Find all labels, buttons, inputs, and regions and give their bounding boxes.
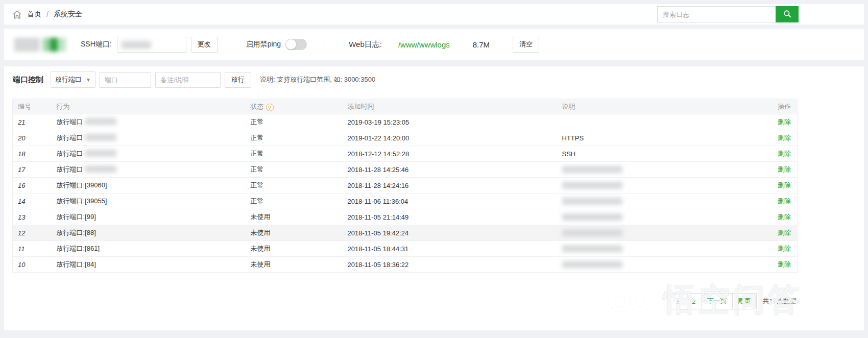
page-2-button[interactable]: 2 (686, 293, 702, 309)
rule-action: 放行端口:[84] (52, 257, 246, 273)
port-rules-table: 编号 行为 状态? 添加时间 说明 操作 21 放行端口 正常 2019-03-… (12, 99, 798, 273)
port-input[interactable] (100, 73, 151, 87)
redacted-desc-blob (562, 261, 622, 268)
rule-action: 放行端口 (52, 130, 246, 146)
header-id: 编号 (13, 99, 52, 114)
delete-rule-link[interactable]: 删除 (778, 197, 791, 205)
rule-description (557, 178, 767, 194)
weblog-label: Web日志: (349, 40, 382, 50)
rule-id: 20 (13, 130, 52, 146)
redacted-desc-blob (562, 229, 622, 236)
header-action: 行为 (52, 99, 246, 114)
rule-added-time: 2019-01-22 14:20:00 (343, 130, 557, 146)
port-control-panel: 端口控制 放行端口 ▼ 放行 说明: 支持放行端口范围, 如: 3000:350… (4, 66, 864, 330)
rule-description (557, 257, 767, 273)
weblog-path-link[interactable]: /www/wwwlogs (398, 40, 450, 49)
clear-weblog-button[interactable]: 清空 (513, 37, 539, 53)
rule-id: 12 (13, 225, 52, 241)
page-1-button[interactable]: 1 (670, 293, 686, 309)
note-input-box (155, 72, 221, 88)
rule-description (557, 209, 767, 225)
rule-description (557, 241, 767, 257)
breadcrumb-current: 系统安全 (54, 10, 82, 19)
last-page-button[interactable]: 尾页 (732, 293, 757, 309)
rule-action: 放行端口:[88] (52, 225, 246, 241)
rule-id: 10 (13, 257, 52, 273)
port-control-toolbar: 端口控制 放行端口 ▼ 放行 说明: 支持放行端口范围, 如: 3000:350… (13, 71, 375, 88)
redacted-port-blob (85, 150, 116, 157)
redacted-port-blob (85, 165, 116, 173)
delete-rule-link[interactable]: 删除 (778, 118, 791, 126)
search-button[interactable] (776, 6, 799, 22)
search-input[interactable] (657, 6, 776, 22)
header-operation: 操作 (767, 99, 798, 114)
action-type-select[interactable]: 放行端口 ▼ (51, 71, 95, 88)
rule-action: 放行端口 (52, 114, 246, 130)
rule-added-time: 2018-11-05 18:36:22 (343, 257, 557, 273)
rule-added-time: 2019-03-19 15:23:05 (343, 114, 557, 130)
rule-added-time: 2018-11-05 18:44:31 (343, 241, 557, 257)
rule-status: 正常 (246, 130, 343, 146)
delete-rule-link[interactable]: 删除 (778, 134, 791, 141)
table-row: 11 放行端口:[861] 未使用 2018-11-05 18:44:31 删除 (13, 241, 798, 257)
rule-action: 放行端口 (52, 162, 246, 178)
rule-status: 未使用 (246, 209, 343, 225)
rule-added-time: 2018-11-28 14:25:46 (343, 162, 557, 178)
port-control-title: 端口控制 (13, 75, 43, 85)
rule-status: 未使用 (246, 241, 343, 257)
delete-rule-link[interactable]: 删除 (778, 181, 791, 189)
pagination: 1 2 下一页 尾页 共17条数据 (670, 293, 797, 309)
breadcrumb-home[interactable]: 首页 (27, 10, 41, 19)
delete-rule-link[interactable]: 删除 (778, 165, 791, 173)
rule-added-time: 2018-12-12 14:52:28 (343, 146, 557, 162)
delete-rule-link[interactable]: 删除 (778, 150, 791, 157)
delete-rule-link[interactable]: 删除 (778, 213, 791, 221)
redacted-port-blob (85, 134, 116, 141)
rule-status: 正常 (246, 146, 343, 162)
redacted-desc-blob (562, 166, 622, 173)
redacted-server-info (14, 38, 66, 52)
table-row: 21 放行端口 正常 2019-03-19 15:23:05 删除 (13, 114, 798, 130)
ssh-port-field[interactable] (117, 37, 186, 53)
breadcrumb-bar: 首页 / 系统安全 (4, 4, 864, 25)
rule-description (557, 194, 767, 209)
rule-status: 正常 (246, 114, 343, 130)
delete-rule-link[interactable]: 删除 (778, 260, 791, 268)
log-search (657, 6, 799, 22)
redacted-desc-blob (562, 213, 622, 221)
redacted-desc-blob (562, 198, 622, 205)
allow-port-button[interactable]: 放行 (225, 72, 251, 88)
table-header-row: 编号 行为 状态? 添加时间 说明 操作 (13, 99, 798, 114)
header-desc: 说明 (557, 99, 767, 114)
port-range-hint: 说明: 支持放行端口范围, 如: 3000:3500 (260, 75, 375, 84)
security-settings-bar: SSH端口: 更改 启用禁ping Web日志: /www/wwwlogs 8.… (4, 29, 864, 60)
port-input-box (100, 72, 151, 88)
delete-rule-link[interactable]: 删除 (778, 229, 791, 236)
header-status: 状态? (246, 99, 343, 114)
rule-description (557, 114, 767, 130)
note-input[interactable] (156, 73, 220, 87)
next-page-button[interactable]: 下一页 (702, 293, 733, 309)
rule-id: 11 (13, 241, 52, 257)
table-row: 17 放行端口 正常 2018-11-28 14:25:46 删除 (13, 162, 798, 178)
rule-action: 放行端口 (52, 146, 246, 162)
table-row: 10 放行端口:[84] 未使用 2018-11-05 18:36:22 删除 (13, 257, 798, 273)
ping-ban-toggle[interactable] (285, 39, 307, 50)
table-row: 14 放行端口:[39055] 正常 2018-11-06 11:36:04 删… (13, 194, 798, 209)
delete-rule-link[interactable]: 删除 (778, 245, 791, 252)
header-time: 添加时间 (343, 99, 557, 114)
action-type-selected: 放行端口 (55, 75, 82, 84)
rule-description: SSH (557, 146, 767, 162)
redacted-ssh-port-value (122, 41, 151, 49)
rule-status: 正常 (246, 178, 343, 194)
rule-description (557, 225, 767, 241)
status-help-icon[interactable]: ? (266, 104, 274, 111)
rule-id: 18 (13, 146, 52, 162)
rule-id: 14 (13, 194, 52, 209)
home-icon[interactable] (12, 10, 22, 19)
rule-action: 放行端口:[99] (52, 209, 246, 225)
rule-id: 21 (13, 114, 52, 130)
rule-added-time: 2018-11-06 11:36:04 (343, 194, 557, 209)
change-ssh-port-button[interactable]: 更改 (191, 37, 218, 53)
rule-description (557, 162, 767, 178)
